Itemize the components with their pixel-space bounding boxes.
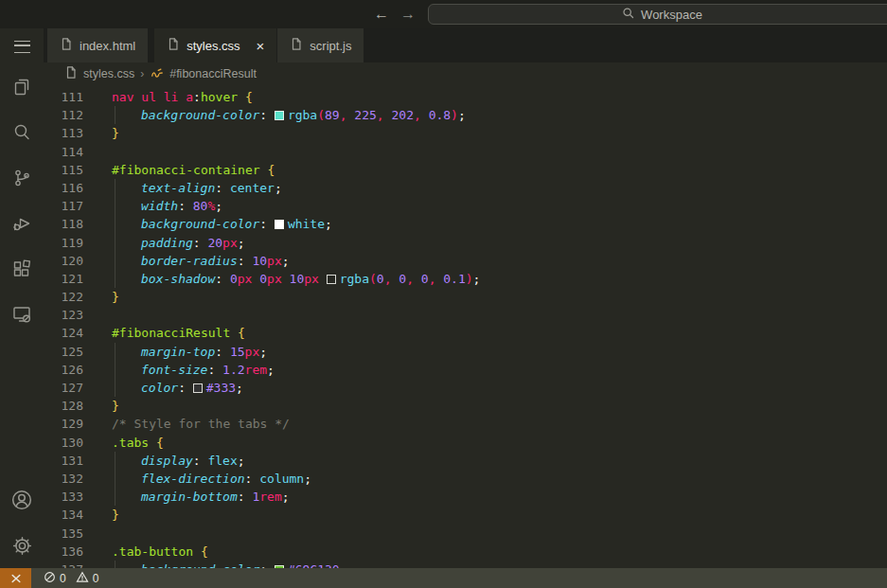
close-icon[interactable]: ×: [257, 39, 265, 53]
account-icon[interactable]: [0, 477, 44, 523]
source-control-icon[interactable]: [0, 155, 44, 201]
code-line[interactable]: 113}: [44, 124, 887, 142]
code-text: nav ul li a:hover {: [83, 88, 253, 106]
color-swatch[interactable]: [275, 111, 284, 120]
code-line[interactable]: 124#fibonacciResult {: [44, 324, 887, 342]
code-token: rem: [245, 363, 267, 377]
color-swatch[interactable]: [327, 275, 336, 284]
code-token: :: [193, 90, 201, 104]
code-line[interactable]: 121box-shadow: 0px 0px 10px rgba(0, 0, 0…: [44, 270, 887, 288]
line-number: 116: [44, 179, 83, 197]
code-token: :: [215, 345, 230, 359]
code-line[interactable]: 125margin-top: 15px;: [44, 343, 887, 361]
code-line[interactable]: 134}: [44, 506, 887, 524]
code-line[interactable]: 119padding: 20px;: [44, 234, 887, 252]
problems-status[interactable]: 0 0: [44, 571, 104, 586]
code-token: [238, 90, 245, 104]
settings-gear-icon[interactable]: [0, 523, 44, 568]
code-editor[interactable]: 111nav ul li a:hover {112background-colo…: [44, 85, 887, 568]
code-line[interactable]: 115#fibonacci-container {: [44, 161, 887, 179]
title-bar: ← → Workspace: [0, 0, 887, 28]
code-token: margin-bottom: [141, 490, 238, 504]
code-token: {: [245, 90, 253, 104]
code-line[interactable]: 133margin-bottom: 1rem;: [44, 488, 887, 506]
code-line[interactable]: 117width: 80%;: [44, 197, 887, 215]
breadcrumb: styles.css › #fibonacciResult: [44, 62, 887, 85]
code-token: ;: [215, 199, 222, 213]
code-line[interactable]: 111nav ul li a:hover {: [44, 88, 887, 106]
vscode-window: ← → Workspace: [0, 0, 887, 588]
code-line[interactable]: 112background-color: rgba(89, 225, 202, …: [44, 106, 887, 124]
line-number: 121: [44, 270, 83, 288]
code-line[interactable]: 136.tab-button {: [44, 543, 887, 561]
code-token: flex: [207, 454, 237, 468]
code-token: px: [304, 272, 319, 286]
tab-label: index.html: [80, 39, 135, 53]
code-token: :: [207, 363, 222, 377]
code-token: column: [259, 472, 304, 486]
line-number: 136: [44, 543, 83, 561]
warning-icon: [76, 571, 89, 586]
command-center-search[interactable]: Workspace: [428, 4, 887, 25]
code-token: .tab-button: [112, 544, 193, 559]
code-text: }: [83, 506, 119, 524]
tab-styles-css[interactable]: styles.css ×: [153, 28, 277, 62]
breadcrumb-symbol[interactable]: #fibonacciResult: [169, 67, 257, 80]
code-token: ,: [377, 108, 392, 122]
code-token: ;: [238, 236, 245, 250]
color-swatch[interactable]: [275, 220, 284, 229]
code-token: 202: [391, 108, 413, 122]
code-line[interactable]: 116text-align: center;: [44, 179, 887, 197]
code-text: #fibonacci-container {: [83, 161, 275, 179]
code-token: ): [466, 272, 473, 286]
tab-script-js[interactable]: script.js: [277, 28, 364, 62]
code-line[interactable]: 127color: #333;: [44, 379, 887, 397]
code-token: }: [112, 290, 119, 304]
forward-arrow-icon[interactable]: →: [398, 2, 418, 27]
code-line[interactable]: 128}: [44, 397, 887, 415]
code-line[interactable]: 122}: [44, 288, 887, 306]
code-token: (: [369, 272, 377, 286]
code-line[interactable]: 114: [44, 143, 887, 161]
chevron-right-icon: ›: [140, 67, 144, 80]
code-line[interactable]: 131display: flex;: [44, 452, 887, 470]
code-token: {: [156, 436, 164, 450]
code-text: background-color: #69C130;: [83, 561, 347, 568]
editor-tab-bar: index.html styles.css × script.js: [44, 28, 887, 62]
code-line[interactable]: 126font-size: 1.2rem;: [44, 361, 887, 379]
code-line[interactable]: 123: [44, 306, 887, 324]
run-debug-icon[interactable]: [0, 201, 44, 246]
search-icon[interactable]: [0, 110, 44, 155]
extensions-icon[interactable]: [0, 246, 44, 292]
breadcrumb-file[interactable]: styles.css: [83, 67, 134, 80]
menu-icon[interactable]: [0, 28, 44, 64]
code-token: 10: [290, 272, 305, 286]
code-line[interactable]: 135: [44, 525, 887, 543]
code-line[interactable]: 120border-radius: 10px;: [44, 252, 887, 270]
color-swatch[interactable]: [193, 383, 203, 393]
indent-guide: [115, 470, 141, 488]
line-number: 125: [44, 343, 83, 361]
tab-label: script.js: [310, 39, 351, 53]
back-arrow-icon[interactable]: ←: [371, 2, 392, 27]
remote-explorer-icon[interactable]: [0, 292, 44, 337]
code-token: :: [238, 490, 253, 504]
tab-index-html[interactable]: index.html: [47, 28, 149, 62]
code-text: }: [83, 124, 119, 142]
code-token: white: [288, 217, 325, 231]
line-number: 131: [44, 452, 83, 470]
code-line[interactable]: 118background-color: white;: [44, 215, 887, 233]
remote-indicator-icon[interactable]: [0, 568, 31, 588]
code-token: :: [193, 454, 208, 468]
code-token: /* Style for the tabs */: [112, 417, 290, 431]
code-token: }: [112, 508, 119, 522]
code-token: ): [451, 108, 458, 122]
code-line[interactable]: 137background-color: #69C130;: [44, 561, 887, 568]
code-line[interactable]: 129/* Style for the tabs */: [44, 415, 887, 433]
status-bar: 0 0: [0, 568, 887, 588]
code-line[interactable]: 130.tabs {: [44, 434, 887, 452]
code-text: }: [83, 288, 119, 306]
line-number: 133: [44, 488, 83, 506]
explorer-icon[interactable]: [0, 64, 44, 110]
code-line[interactable]: 132flex-direction: column;: [44, 470, 887, 488]
